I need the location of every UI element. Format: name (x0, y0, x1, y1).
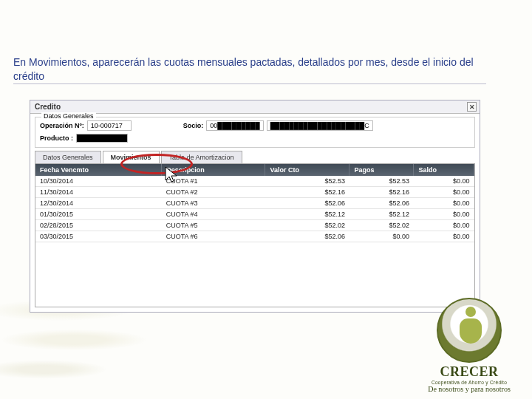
cell-saldo: $0.00 (414, 198, 474, 209)
brand-title: CRECER (414, 364, 525, 380)
cell-pagos: $0.00 (349, 231, 414, 242)
brand-subtitle-2: De nosotros y para nosotros (414, 385, 525, 393)
operacion-label: Operación Nº: (40, 122, 84, 129)
datos-generales-group: Datos Generales Operación Nº: 10-000717 … (35, 117, 475, 148)
table-row[interactable]: 01/30/2015CUOTA #4$52.12$52.12$0.00 (35, 209, 474, 220)
cell-fecha: 03/30/2015 (35, 231, 162, 242)
cell-fecha: 01/30/2015 (35, 209, 162, 220)
cell-pagos: $52.02 (349, 220, 414, 231)
cell-fecha: 02/28/2015 (35, 220, 162, 231)
col-fecha: Fecha Vencmto (35, 164, 162, 176)
window-titlebar: Credito ✕ (30, 100, 480, 114)
tab-datos-generales[interactable]: Datos Generales (35, 151, 101, 163)
producto-label: Producto : (40, 134, 73, 142)
brand-circle-icon (437, 298, 502, 363)
window-title: Credito (35, 103, 61, 111)
socio-name-value: ████████████████████C (267, 120, 373, 131)
credito-window: Credito ✕ Datos Generales Operación Nº: … (30, 100, 480, 313)
cell-saldo: $0.00 (414, 176, 474, 187)
table-row[interactable]: 12/30/2014CUOTA #3$52.06$52.06$0.00 (35, 198, 474, 209)
table-row[interactable]: 10/30/2014CUOTA #1$52.53$52.53$0.00 (35, 176, 474, 187)
cell-desc: CUOTA #2 (162, 187, 265, 198)
col-pagos: Pagos (349, 164, 414, 176)
movimientos-table: Fecha Vencmto Descripcion Valor Cto Pago… (35, 164, 474, 242)
brand-subtitle-1: Cooperativa de Ahorro y Crédito (414, 380, 525, 385)
cell-valor: $52.06 (265, 198, 349, 209)
group-legend: Datos Generales (41, 112, 96, 120)
cell-pagos: $52.12 (349, 209, 414, 220)
cell-valor: $52.02 (265, 220, 349, 231)
tabs-bar: Datos Generales Movimientos Tabla de Amo… (35, 151, 475, 163)
cell-saldo: $0.00 (414, 209, 474, 220)
cell-valor: $52.12 (265, 209, 349, 220)
cell-valor: $52.53 (265, 176, 349, 187)
socio-label: Socio: (183, 122, 204, 129)
table-row[interactable]: 11/30/2014CUOTA #2$52.16$52.16$0.00 (35, 187, 474, 198)
instruction-underline (13, 83, 486, 84)
cell-saldo: $0.00 (414, 220, 474, 231)
field-producto: Producto : (40, 134, 470, 143)
cell-fecha: 11/30/2014 (35, 187, 162, 198)
col-saldo: Saldo (414, 164, 474, 176)
close-icon[interactable]: ✕ (467, 102, 477, 112)
instruction-text: En Movimientos, aparecerán las cuotas me… (13, 55, 494, 83)
producto-value (76, 134, 128, 143)
operacion-value: 10-000717 (87, 120, 132, 131)
tab-tabla-amortizacion[interactable]: Tabla de Amortizacion (161, 151, 242, 163)
cell-valor: $52.16 (265, 187, 349, 198)
col-valor: Valor Cto (265, 164, 349, 176)
table-row[interactable]: 03/30/2015CUOTA #6$52.06$0.00$0.00 (35, 231, 474, 242)
cell-desc: CUOTA #5 (162, 220, 265, 231)
brand-figure-icon (457, 307, 484, 345)
cell-fecha: 12/30/2014 (35, 198, 162, 209)
cell-desc: CUOTA #4 (162, 209, 265, 220)
cell-valor: $52.06 (265, 231, 349, 242)
cell-pagos: $52.16 (349, 187, 414, 198)
cell-saldo: $0.00 (414, 231, 474, 242)
cell-pagos: $52.06 (349, 198, 414, 209)
field-operacion: Operación Nº: 10-000717 (40, 120, 132, 131)
movimientos-panel: Fecha Vencmto Descripcion Valor Cto Pago… (35, 163, 475, 307)
table-row[interactable]: 02/28/2015CUOTA #5$52.02$52.02$0.00 (35, 220, 474, 231)
cell-saldo: $0.00 (414, 187, 474, 198)
svg-marker-0 (166, 167, 177, 182)
cell-fecha: 10/30/2014 (35, 176, 162, 187)
field-socio: Socio: 00█████████ ████████████████████C (183, 120, 373, 131)
brand-logo-block: CRECER Cooperativa de Ahorro y Crédito D… (414, 298, 525, 393)
cell-pagos: $52.53 (349, 176, 414, 187)
socio-id-value: 00█████████ (206, 120, 263, 131)
cell-desc: CUOTA #3 (162, 198, 265, 209)
cell-desc: CUOTA #6 (162, 231, 265, 242)
tab-movimientos[interactable]: Movimientos (103, 151, 160, 163)
